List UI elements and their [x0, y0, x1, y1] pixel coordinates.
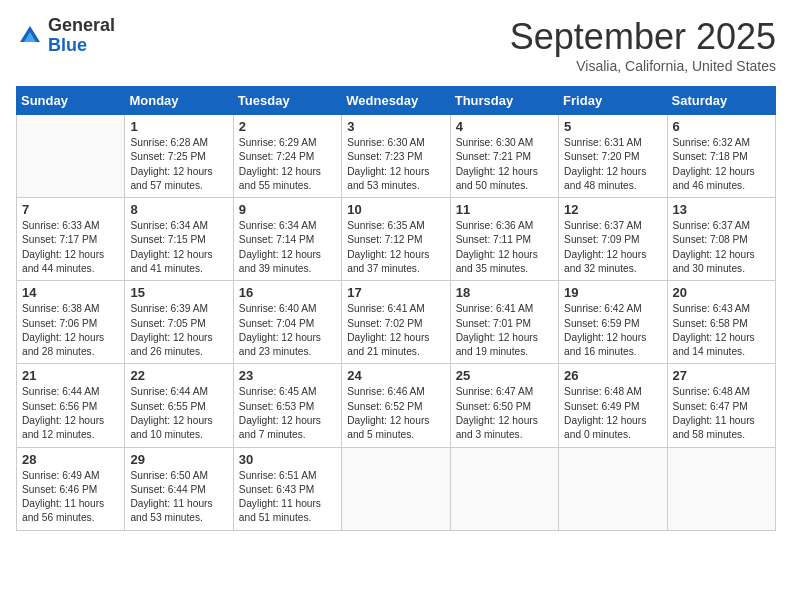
day-number: 14: [22, 285, 119, 300]
logo-general: General: [48, 15, 115, 35]
day-cell: 26Sunrise: 6:48 AMSunset: 6:49 PMDayligh…: [559, 364, 667, 447]
day-info: Sunrise: 6:30 AMSunset: 7:21 PMDaylight:…: [456, 136, 553, 193]
day-cell: 25Sunrise: 6:47 AMSunset: 6:50 PMDayligh…: [450, 364, 558, 447]
day-number: 1: [130, 119, 227, 134]
day-cell: 20Sunrise: 6:43 AMSunset: 6:58 PMDayligh…: [667, 281, 775, 364]
day-cell: [17, 115, 125, 198]
day-info: Sunrise: 6:46 AMSunset: 6:52 PMDaylight:…: [347, 385, 444, 442]
day-cell: 16Sunrise: 6:40 AMSunset: 7:04 PMDayligh…: [233, 281, 341, 364]
day-number: 19: [564, 285, 661, 300]
day-info: Sunrise: 6:48 AMSunset: 6:47 PMDaylight:…: [673, 385, 770, 442]
day-cell: 21Sunrise: 6:44 AMSunset: 6:56 PMDayligh…: [17, 364, 125, 447]
day-info: Sunrise: 6:40 AMSunset: 7:04 PMDaylight:…: [239, 302, 336, 359]
day-cell: 4Sunrise: 6:30 AMSunset: 7:21 PMDaylight…: [450, 115, 558, 198]
subtitle: Visalia, California, United States: [510, 58, 776, 74]
day-info: Sunrise: 6:34 AMSunset: 7:14 PMDaylight:…: [239, 219, 336, 276]
week-row-1: 1Sunrise: 6:28 AMSunset: 7:25 PMDaylight…: [17, 115, 776, 198]
day-cell: 11Sunrise: 6:36 AMSunset: 7:11 PMDayligh…: [450, 198, 558, 281]
day-cell: 3Sunrise: 6:30 AMSunset: 7:23 PMDaylight…: [342, 115, 450, 198]
day-info: Sunrise: 6:29 AMSunset: 7:24 PMDaylight:…: [239, 136, 336, 193]
day-number: 18: [456, 285, 553, 300]
day-number: 25: [456, 368, 553, 383]
day-info: Sunrise: 6:41 AMSunset: 7:01 PMDaylight:…: [456, 302, 553, 359]
day-cell: 30Sunrise: 6:51 AMSunset: 6:43 PMDayligh…: [233, 447, 341, 530]
day-cell: [667, 447, 775, 530]
day-cell: 15Sunrise: 6:39 AMSunset: 7:05 PMDayligh…: [125, 281, 233, 364]
day-cell: 2Sunrise: 6:29 AMSunset: 7:24 PMDaylight…: [233, 115, 341, 198]
weekday-header-sunday: Sunday: [17, 87, 125, 115]
day-number: 16: [239, 285, 336, 300]
day-cell: 13Sunrise: 6:37 AMSunset: 7:08 PMDayligh…: [667, 198, 775, 281]
day-info: Sunrise: 6:48 AMSunset: 6:49 PMDaylight:…: [564, 385, 661, 442]
week-row-3: 14Sunrise: 6:38 AMSunset: 7:06 PMDayligh…: [17, 281, 776, 364]
day-info: Sunrise: 6:30 AMSunset: 7:23 PMDaylight:…: [347, 136, 444, 193]
day-info: Sunrise: 6:28 AMSunset: 7:25 PMDaylight:…: [130, 136, 227, 193]
day-info: Sunrise: 6:45 AMSunset: 6:53 PMDaylight:…: [239, 385, 336, 442]
weekday-header-saturday: Saturday: [667, 87, 775, 115]
day-cell: [450, 447, 558, 530]
day-number: 22: [130, 368, 227, 383]
day-info: Sunrise: 6:33 AMSunset: 7:17 PMDaylight:…: [22, 219, 119, 276]
day-info: Sunrise: 6:38 AMSunset: 7:06 PMDaylight:…: [22, 302, 119, 359]
day-info: Sunrise: 6:42 AMSunset: 6:59 PMDaylight:…: [564, 302, 661, 359]
month-title: September 2025: [510, 16, 776, 58]
day-cell: 22Sunrise: 6:44 AMSunset: 6:55 PMDayligh…: [125, 364, 233, 447]
day-cell: 12Sunrise: 6:37 AMSunset: 7:09 PMDayligh…: [559, 198, 667, 281]
day-info: Sunrise: 6:32 AMSunset: 7:18 PMDaylight:…: [673, 136, 770, 193]
day-number: 28: [22, 452, 119, 467]
calendar: SundayMondayTuesdayWednesdayThursdayFrid…: [16, 86, 776, 531]
day-number: 10: [347, 202, 444, 217]
day-cell: 17Sunrise: 6:41 AMSunset: 7:02 PMDayligh…: [342, 281, 450, 364]
logo-blue: Blue: [48, 35, 87, 55]
day-number: 4: [456, 119, 553, 134]
day-number: 12: [564, 202, 661, 217]
day-number: 13: [673, 202, 770, 217]
title-block: September 2025 Visalia, California, Unit…: [510, 16, 776, 74]
weekday-header-monday: Monday: [125, 87, 233, 115]
day-info: Sunrise: 6:37 AMSunset: 7:09 PMDaylight:…: [564, 219, 661, 276]
day-number: 6: [673, 119, 770, 134]
day-cell: 8Sunrise: 6:34 AMSunset: 7:15 PMDaylight…: [125, 198, 233, 281]
day-info: Sunrise: 6:35 AMSunset: 7:12 PMDaylight:…: [347, 219, 444, 276]
day-cell: [342, 447, 450, 530]
day-number: 2: [239, 119, 336, 134]
day-info: Sunrise: 6:44 AMSunset: 6:56 PMDaylight:…: [22, 385, 119, 442]
day-cell: [559, 447, 667, 530]
day-number: 23: [239, 368, 336, 383]
day-cell: 14Sunrise: 6:38 AMSunset: 7:06 PMDayligh…: [17, 281, 125, 364]
day-cell: 10Sunrise: 6:35 AMSunset: 7:12 PMDayligh…: [342, 198, 450, 281]
day-cell: 1Sunrise: 6:28 AMSunset: 7:25 PMDaylight…: [125, 115, 233, 198]
day-number: 21: [22, 368, 119, 383]
day-number: 24: [347, 368, 444, 383]
day-number: 8: [130, 202, 227, 217]
day-info: Sunrise: 6:49 AMSunset: 6:46 PMDaylight:…: [22, 469, 119, 526]
day-cell: 6Sunrise: 6:32 AMSunset: 7:18 PMDaylight…: [667, 115, 775, 198]
day-info: Sunrise: 6:50 AMSunset: 6:44 PMDaylight:…: [130, 469, 227, 526]
day-info: Sunrise: 6:39 AMSunset: 7:05 PMDaylight:…: [130, 302, 227, 359]
day-number: 17: [347, 285, 444, 300]
day-number: 11: [456, 202, 553, 217]
weekday-header-friday: Friday: [559, 87, 667, 115]
day-number: 3: [347, 119, 444, 134]
day-info: Sunrise: 6:51 AMSunset: 6:43 PMDaylight:…: [239, 469, 336, 526]
day-cell: 5Sunrise: 6:31 AMSunset: 7:20 PMDaylight…: [559, 115, 667, 198]
logo-icon: [16, 22, 44, 50]
day-number: 15: [130, 285, 227, 300]
day-number: 9: [239, 202, 336, 217]
day-cell: 29Sunrise: 6:50 AMSunset: 6:44 PMDayligh…: [125, 447, 233, 530]
week-row-2: 7Sunrise: 6:33 AMSunset: 7:17 PMDaylight…: [17, 198, 776, 281]
day-cell: 24Sunrise: 6:46 AMSunset: 6:52 PMDayligh…: [342, 364, 450, 447]
day-cell: 18Sunrise: 6:41 AMSunset: 7:01 PMDayligh…: [450, 281, 558, 364]
day-cell: 27Sunrise: 6:48 AMSunset: 6:47 PMDayligh…: [667, 364, 775, 447]
day-info: Sunrise: 6:31 AMSunset: 7:20 PMDaylight:…: [564, 136, 661, 193]
day-info: Sunrise: 6:37 AMSunset: 7:08 PMDaylight:…: [673, 219, 770, 276]
day-cell: 7Sunrise: 6:33 AMSunset: 7:17 PMDaylight…: [17, 198, 125, 281]
day-cell: 28Sunrise: 6:49 AMSunset: 6:46 PMDayligh…: [17, 447, 125, 530]
day-info: Sunrise: 6:44 AMSunset: 6:55 PMDaylight:…: [130, 385, 227, 442]
week-row-5: 28Sunrise: 6:49 AMSunset: 6:46 PMDayligh…: [17, 447, 776, 530]
weekday-header-wednesday: Wednesday: [342, 87, 450, 115]
day-cell: 23Sunrise: 6:45 AMSunset: 6:53 PMDayligh…: [233, 364, 341, 447]
day-info: Sunrise: 6:41 AMSunset: 7:02 PMDaylight:…: [347, 302, 444, 359]
day-number: 5: [564, 119, 661, 134]
day-info: Sunrise: 6:43 AMSunset: 6:58 PMDaylight:…: [673, 302, 770, 359]
